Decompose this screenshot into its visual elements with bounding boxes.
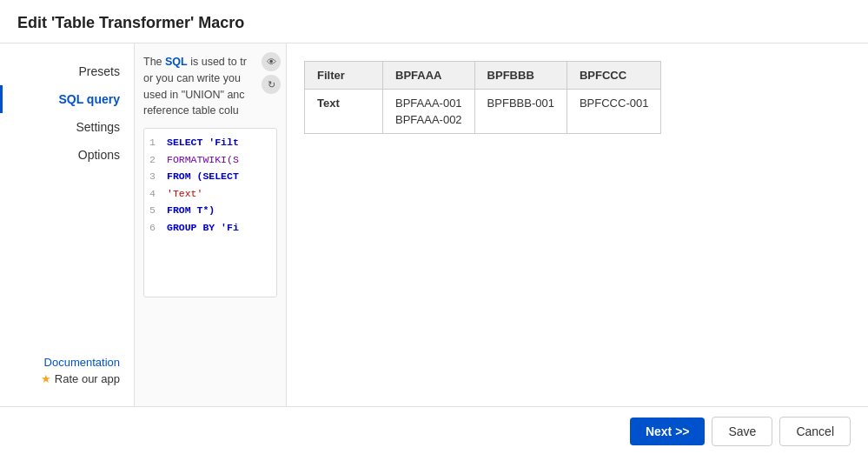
sidebar-item-presets[interactable]: Presets	[0, 57, 134, 85]
sql-keyword: SQL	[165, 56, 188, 68]
sidebar-item-sql-query[interactable]: SQL query	[0, 85, 134, 113]
star-icon: ★	[41, 372, 51, 385]
eye-icon-button[interactable]: 👁	[262, 52, 281, 71]
save-button[interactable]: Save	[712, 417, 772, 446]
rate-app: ★ Rate our app	[14, 372, 120, 385]
preview-table: Filter BPFAAA BPFBBB BPFCCC Text BPFAAA-…	[304, 61, 661, 134]
row-label-text: Text	[305, 90, 383, 134]
code-line-2: 2 FORMATWIKI(S	[149, 151, 271, 169]
cell-bpfccc: BPFCCC-001	[567, 90, 660, 134]
col-header-bpfaaa: BPFAAA	[383, 62, 475, 90]
code-line-6: 6 GROUP BY 'Fi	[149, 219, 271, 237]
cell-bpfbbb: BPFBBB-001	[474, 90, 567, 134]
sidebar-footer: Documentation ★ Rate our app	[0, 349, 134, 392]
page-title: Edit 'Table Transformer' Macro	[17, 14, 851, 32]
code-line-4: 4 'Text'	[149, 185, 271, 203]
sidebar-nav: Presets SQL query Settings Options	[0, 57, 134, 169]
table-row: Text BPFAAA-001 BPFAAA-002 BPFBBB-001	[305, 90, 661, 134]
code-line-1: 1 SELECT 'Filt	[149, 134, 271, 151]
col-header-filter: Filter	[305, 62, 383, 90]
sidebar-item-settings[interactable]: Settings	[0, 113, 134, 141]
refresh-icon: ↻	[268, 79, 275, 90]
description-text: The SQL is used to tr or you can write y…	[143, 54, 277, 119]
cancel-button[interactable]: Cancel	[779, 417, 851, 446]
middle-panel: The SQL is used to tr or you can write y…	[135, 43, 287, 406]
refresh-icon-button[interactable]: ↻	[262, 75, 281, 94]
code-editor[interactable]: 1 SELECT 'Filt 2 FORMATWIKI(S 3 FROM (SE…	[143, 128, 277, 297]
sidebar: Presets SQL query Settings Options Docum…	[0, 43, 135, 406]
table-header-row: Filter BPFAAA BPFBBB BPFCCC	[305, 62, 661, 90]
code-line-3: 3 FROM (SELECT	[149, 168, 271, 185]
icon-buttons: 👁 ↻	[262, 52, 281, 94]
col-header-bpfbbb: BPFBBB	[474, 62, 567, 90]
next-button[interactable]: Next >>	[630, 418, 706, 445]
col-header-bpfccc: BPFCCC	[567, 62, 660, 90]
preview-panel: Filter BPFAAA BPFBBB BPFCCC Text BPFAAA-…	[287, 43, 868, 406]
main-layout: Presets SQL query Settings Options Docum…	[0, 43, 868, 406]
code-line-5: 5 FROM T*)	[149, 202, 271, 219]
documentation-link[interactable]: Documentation	[14, 356, 120, 369]
page-header: Edit 'Table Transformer' Macro	[0, 0, 868, 43]
eye-icon: 👁	[267, 57, 276, 67]
footer: Next >> Save Cancel	[0, 406, 868, 455]
sidebar-item-options[interactable]: Options	[0, 141, 134, 169]
cell-bpfaaa: BPFAAA-001 BPFAAA-002	[383, 90, 475, 134]
